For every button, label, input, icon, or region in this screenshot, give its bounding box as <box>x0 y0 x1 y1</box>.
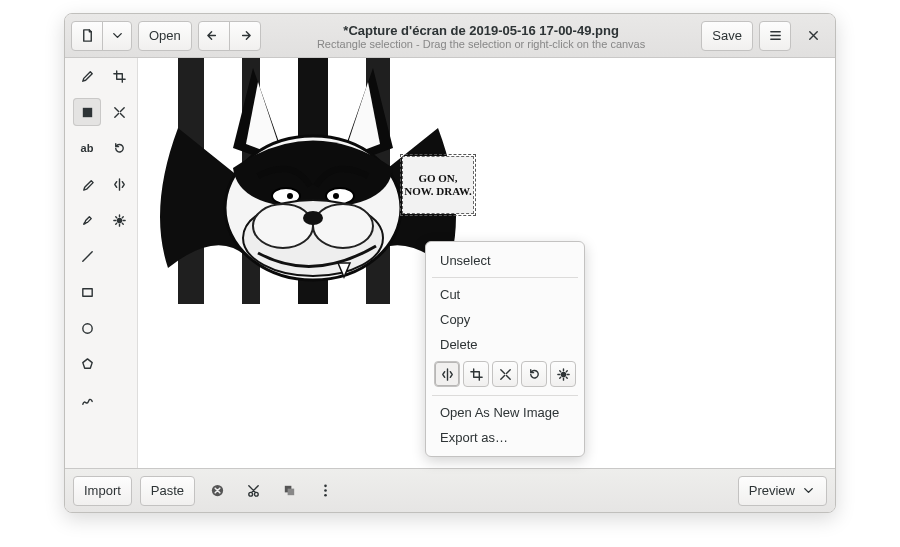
rotate-icon <box>112 141 127 156</box>
footer-cut-button[interactable] <box>239 477 267 505</box>
filter-icon <box>112 213 127 228</box>
select-rect-icon <box>80 105 95 120</box>
ctx-delete[interactable]: Delete <box>426 332 584 357</box>
svg-rect-0 <box>82 107 91 116</box>
footer-bar: Import Paste Preview <box>65 468 835 512</box>
color-picker-tool[interactable] <box>73 170 101 198</box>
close-icon <box>806 28 821 43</box>
svg-point-12 <box>287 193 293 199</box>
svg-rect-23 <box>287 489 294 496</box>
line-tool[interactable] <box>73 242 101 270</box>
ctx-separator <box>432 395 578 396</box>
ctx-open-new-image[interactable]: Open As New Image <box>426 400 584 425</box>
svg-point-16 <box>313 204 373 248</box>
pencil-tool[interactable] <box>73 62 101 90</box>
save-button[interactable]: Save <box>701 21 753 51</box>
rotate-tool[interactable] <box>105 134 133 162</box>
ctx-copy[interactable]: Copy <box>426 307 584 332</box>
polygon-tool[interactable] <box>73 350 101 378</box>
color-picker-icon <box>80 177 95 192</box>
close-window-button[interactable] <box>797 21 829 51</box>
expand-icon <box>112 105 127 120</box>
tool-palette: ab <box>65 58 137 468</box>
crop-icon <box>469 367 484 382</box>
select-rect-tool[interactable] <box>73 98 101 126</box>
freehand-icon <box>80 393 95 408</box>
line-icon <box>80 249 95 264</box>
undo-button[interactable] <box>198 21 230 51</box>
rectangle-tool[interactable] <box>73 278 101 306</box>
freehand-tool[interactable] <box>73 386 101 414</box>
footer-cancel-button[interactable] <box>203 477 231 505</box>
circle-icon <box>80 321 95 336</box>
rectangle-icon <box>80 285 95 300</box>
svg-point-18 <box>560 371 566 377</box>
ctx-expand-button[interactable] <box>492 361 518 387</box>
scissors-icon <box>246 483 261 498</box>
tool-column-right <box>103 62 135 464</box>
pencil-icon <box>80 69 95 84</box>
ctx-rotate-button[interactable] <box>521 361 547 387</box>
hamburger-menu-button[interactable] <box>759 21 791 51</box>
svg-point-26 <box>324 494 327 497</box>
new-file-button[interactable] <box>71 21 103 51</box>
ctx-flip-button[interactable] <box>434 361 460 387</box>
brush-tool[interactable] <box>73 206 101 234</box>
svg-point-2 <box>82 323 91 332</box>
ctx-crop-button[interactable] <box>463 361 489 387</box>
tool-column-left: ab <box>71 62 103 464</box>
polygon-icon <box>80 357 95 372</box>
more-vertical-icon <box>318 483 333 498</box>
layers-icon <box>282 483 297 498</box>
ctx-export-as[interactable]: Export as… <box>426 425 584 450</box>
svg-point-3 <box>116 217 122 223</box>
chevron-down-icon <box>110 28 125 43</box>
new-file-icon <box>80 28 95 43</box>
svg-point-17 <box>303 211 323 225</box>
svg-point-13 <box>333 193 339 199</box>
ctx-filter-button[interactable] <box>550 361 576 387</box>
footer-more-button[interactable] <box>311 477 339 505</box>
app-window: Open *Capture d'écran de 2019-05-16 17-0… <box>64 13 836 513</box>
circle-tool[interactable] <box>73 314 101 342</box>
expand-icon <box>498 367 513 382</box>
new-file-dropdown[interactable] <box>102 21 132 51</box>
flip-tool[interactable] <box>105 170 133 198</box>
window-title: *Capture d'écran de 2019-05-16 17-00-49.… <box>267 23 696 39</box>
title-block: *Capture d'écran de 2019-05-16 17-00-49.… <box>267 20 696 52</box>
flip-icon <box>440 367 455 382</box>
footer-layers-button[interactable] <box>275 477 303 505</box>
hamburger-icon <box>768 28 783 43</box>
cancel-icon <box>210 483 225 498</box>
crop-tool[interactable] <box>105 62 133 90</box>
new-file-split-button[interactable] <box>71 21 132 51</box>
expand-tool[interactable] <box>105 98 133 126</box>
flip-icon <box>112 177 127 192</box>
redo-icon <box>237 28 252 43</box>
open-button[interactable]: Open <box>138 21 192 51</box>
text-icon: ab <box>81 142 94 154</box>
svg-point-24 <box>324 485 327 488</box>
brush-icon <box>80 213 95 228</box>
undo-redo-group <box>198 21 261 51</box>
context-menu: Unselect Cut Copy Delete Open As New Ima… <box>425 241 585 457</box>
ctx-icon-row <box>426 357 584 391</box>
filter-tool[interactable] <box>105 206 133 234</box>
ctx-unselect[interactable]: Unselect <box>426 248 584 273</box>
svg-point-15 <box>253 204 313 248</box>
ctx-cut[interactable]: Cut <box>426 282 584 307</box>
rotate-icon <box>527 367 542 382</box>
svg-rect-1 <box>82 288 91 296</box>
crop-icon <box>112 69 127 84</box>
import-button[interactable]: Import <box>73 476 132 506</box>
chevron-down-icon <box>801 483 816 498</box>
svg-point-25 <box>324 489 327 492</box>
filter-icon <box>556 367 571 382</box>
preview-button[interactable]: Preview <box>738 476 827 506</box>
text-tool[interactable]: ab <box>73 134 101 162</box>
undo-icon <box>206 28 221 43</box>
redo-button[interactable] <box>229 21 261 51</box>
paste-button[interactable]: Paste <box>140 476 195 506</box>
selection-rectangle[interactable] <box>400 154 476 216</box>
window-subtitle: Rectangle selection - Drag the selection… <box>267 38 696 51</box>
